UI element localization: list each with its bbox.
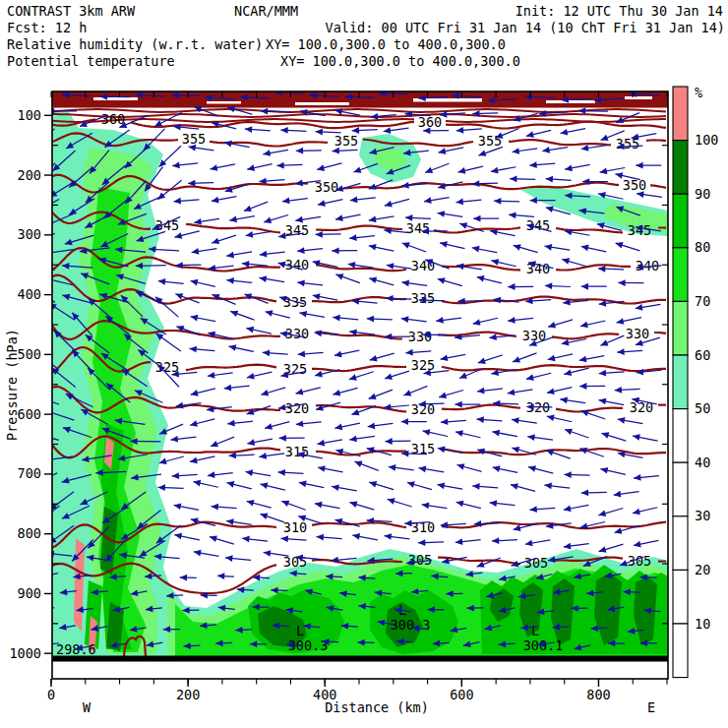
contour-label: 330 bbox=[626, 326, 649, 341]
theta-contour-315 bbox=[316, 451, 406, 455]
y-tick-label: 300 bbox=[18, 226, 41, 242]
x-tick-label: 400 bbox=[313, 687, 336, 702]
center-title: NCAR/MMM bbox=[234, 3, 298, 19]
colorbar-label: 100 bbox=[695, 132, 718, 148]
init-time: Init: 12 UTC Thu 30 Jan 14 bbox=[516, 3, 723, 19]
legend-rh-label: Relative humidity (w.r.t. water) bbox=[7, 36, 263, 52]
contour-label: 345 bbox=[155, 217, 179, 233]
surface-bar bbox=[52, 656, 668, 662]
y-tick-label: 900 bbox=[18, 585, 41, 601]
colorbar-segment bbox=[673, 301, 688, 355]
surface bbox=[52, 656, 668, 662]
x-tick-label: 800 bbox=[586, 687, 610, 702]
colorbar-label: 40 bbox=[695, 455, 710, 470]
contour-label: 310 bbox=[283, 519, 307, 535]
y-tick-label: 200 bbox=[18, 167, 41, 183]
low-mark: L bbox=[531, 623, 539, 638]
y-tick-label: 400 bbox=[18, 286, 41, 302]
theta-contour-325 bbox=[186, 365, 276, 370]
y-tick-label: 500 bbox=[18, 346, 41, 362]
forecast-hour: Fcst: 12 h bbox=[7, 20, 87, 35]
colorbar-segment bbox=[673, 570, 688, 624]
theta-contour-355 bbox=[509, 140, 611, 145]
contour-label: 345 bbox=[406, 220, 430, 236]
contour-label: 360 bbox=[101, 111, 125, 127]
theta-contour-330 bbox=[654, 333, 666, 334]
theta-contour-330 bbox=[552, 334, 619, 338]
contour-label: 355 bbox=[334, 133, 358, 149]
theta-contour-355 bbox=[646, 140, 666, 141]
colorbar-segment bbox=[673, 624, 688, 678]
x-tick-label: 600 bbox=[450, 687, 473, 702]
theta-contour-345 bbox=[186, 224, 280, 233]
contour-label: 320 bbox=[285, 400, 309, 416]
theta-contour-325 bbox=[442, 365, 666, 371]
theta-contour-320 bbox=[556, 408, 623, 412]
colorbar-segment bbox=[673, 194, 688, 248]
contour-label: 360 bbox=[418, 114, 442, 130]
colorbar-label: 60 bbox=[695, 347, 710, 363]
contour-label: 305 bbox=[524, 555, 548, 571]
colorbar-label: 10 bbox=[695, 616, 710, 632]
y-tick-label: 1000 bbox=[9, 645, 41, 661]
colorbar-segment bbox=[673, 409, 688, 463]
legend-rh-extent: XY= 100.0,300.0 to 400.0,300.0 bbox=[266, 36, 506, 52]
theta-contour-345 bbox=[434, 227, 520, 232]
cross-section-plot: CONTRAST 3km ARW NCAR/MMM Init: 12 UTC T… bbox=[0, 0, 728, 728]
x-tick-label: 200 bbox=[176, 687, 200, 702]
east-label: E bbox=[647, 699, 655, 715]
theta-contour-325 bbox=[312, 366, 406, 371]
model-title: CONTRAST 3km ARW bbox=[7, 3, 136, 19]
colorbar-segment bbox=[673, 141, 688, 195]
y-tick-label: 700 bbox=[18, 465, 41, 481]
theta-contour-320 bbox=[442, 405, 520, 410]
colorbar-label: 80 bbox=[695, 239, 710, 255]
theta-contour-335 bbox=[442, 297, 666, 304]
contour-label: 335 bbox=[411, 290, 435, 306]
low-value: 300.3 bbox=[391, 617, 431, 633]
contour-label: 355 bbox=[182, 131, 206, 147]
contour-label: 305 bbox=[283, 554, 307, 570]
contour-label: 315 bbox=[285, 444, 309, 459]
legend-theta-label: Potential temperature bbox=[7, 53, 175, 69]
x-tick-label: 0 bbox=[47, 687, 55, 702]
theta-contour-360 bbox=[131, 122, 414, 128]
colorbar-label: 70 bbox=[695, 293, 710, 309]
theta-contour-350 bbox=[650, 185, 666, 187]
contour-label: 345 bbox=[285, 222, 309, 238]
colorbar-label: 50 bbox=[695, 400, 710, 416]
colorbar-title: % bbox=[695, 85, 702, 100]
contour-label: 340 bbox=[636, 258, 659, 273]
colorbar-label: 30 bbox=[695, 508, 710, 523]
low-mark: L bbox=[296, 623, 304, 638]
contour-label: 305 bbox=[408, 552, 432, 568]
y-tick-label: 600 bbox=[18, 406, 41, 422]
colorbar: 100908070605040302010 bbox=[673, 87, 718, 678]
theta-contour-345 bbox=[556, 228, 623, 232]
valid-time: Valid: 00 UTC Fri 31 Jan 14 (10 ChT Fri … bbox=[326, 20, 725, 35]
x-axis-title: Distance (km) bbox=[325, 699, 429, 715]
colorbar-segment bbox=[673, 516, 688, 571]
legend-theta-extent: XY= 100.0,300.0 to 400.0,300.0 bbox=[280, 53, 520, 69]
colorbar-label: 20 bbox=[695, 562, 710, 577]
colorbar-segment bbox=[673, 355, 688, 409]
header: CONTRAST 3km ARW NCAR/MMM Init: 12 UTC T… bbox=[7, 3, 725, 69]
y-tick-label: 100 bbox=[18, 107, 41, 123]
colorbar-segment bbox=[673, 248, 688, 302]
y-tick-label: 800 bbox=[18, 525, 41, 541]
contour-label: 350 bbox=[623, 177, 646, 193]
colorbar-label: 90 bbox=[695, 186, 710, 202]
contour-label: 340 bbox=[285, 257, 309, 273]
west-label: W bbox=[83, 699, 91, 715]
colorbar-segment bbox=[673, 87, 688, 141]
colorbar-segment bbox=[673, 462, 688, 516]
contour-label: 325 bbox=[411, 357, 435, 373]
contour-label: 310 bbox=[411, 519, 435, 535]
